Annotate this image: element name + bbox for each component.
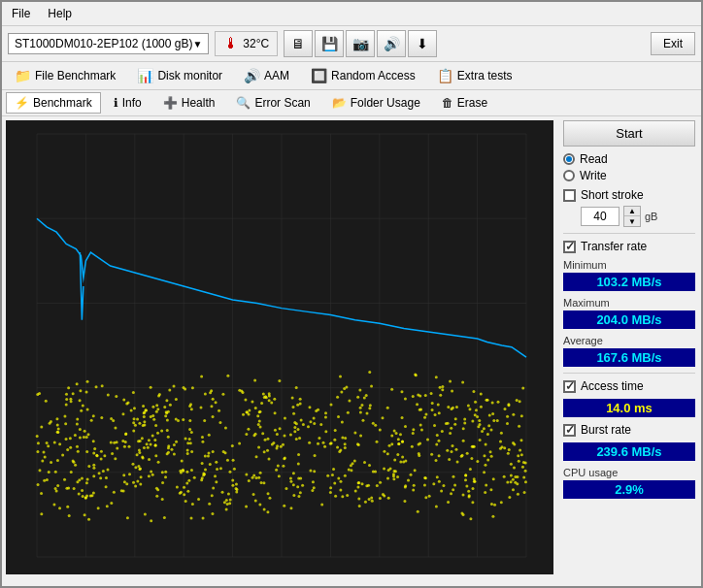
start-button[interactable]: Start [563, 120, 695, 147]
divider-1 [563, 233, 695, 234]
benchmark-chart [6, 120, 553, 574]
nav-benchmark[interactable]: ⚡ Benchmark [6, 92, 101, 114]
cpu-usage-stat: CPU usage 2.9% [563, 467, 695, 499]
temperature-value: 32°C [243, 37, 269, 50]
access-time-value: 14.0 ms [563, 399, 695, 417]
min-value: 103.2 MB/s [563, 273, 695, 291]
info-icon: ℹ [114, 96, 118, 110]
nav-benchmark-label: Benchmark [33, 96, 92, 110]
file-benchmark-icon: 📁 [15, 68, 31, 83]
transfer-rate-label: Transfer rate [581, 240, 647, 253]
exit-button[interactable]: Exit [651, 32, 695, 55]
access-time-label: Access time [581, 379, 644, 393]
drive-label: ST1000DM010-2EP102 (1000 gB) [15, 37, 192, 50]
toolbar-icon-group: 🖥 💾 📷 🔊 ⬇ [284, 30, 645, 57]
nav-health[interactable]: ➕ Health [154, 92, 224, 114]
nav-folder-usage-label: Folder Usage [351, 96, 420, 110]
read-write-radio-group: Read Write [563, 152, 695, 182]
extra-tests-icon: 📋 [437, 68, 453, 83]
min-stat: Minimum 103.2 MB/s [563, 259, 695, 291]
min-label: Minimum [563, 259, 695, 271]
nav-file-benchmark-label: File Benchmark [35, 69, 116, 82]
nav-file-benchmark[interactable]: 📁 File Benchmark [6, 64, 124, 87]
access-time-group: Access time [563, 379, 695, 393]
radio-write[interactable]: Write [563, 169, 695, 182]
radio-write-label: Write [580, 169, 607, 182]
nav-info[interactable]: ℹ Info [105, 92, 151, 114]
burst-rate-label: Burst rate [581, 423, 631, 437]
chart-container: 250 200 150 100 50 50 40 30 20 10 0 100 … [6, 120, 553, 574]
drive-select[interactable]: ST1000DM010-2EP102 (1000 gB) ▼ [8, 33, 209, 54]
avg-value: 167.6 MB/s [563, 348, 695, 367]
folder-usage-icon: 📂 [332, 96, 347, 110]
radio-read-circle [563, 153, 575, 165]
transfer-rate-group: Transfer rate [563, 240, 695, 253]
nav-random-access[interactable]: 🔲 Random Access [302, 64, 424, 87]
checkbox-short-stroke[interactable]: Short stroke [563, 188, 695, 202]
toolbar-icon-4[interactable]: 🔊 [377, 30, 406, 57]
right-panel: Start Read Write Short stroke ▲ ▼ [557, 116, 701, 578]
transfer-rate-checkbox [563, 241, 576, 253]
benchmark-icon: ⚡ [15, 96, 29, 110]
max-label: Maximum [563, 297, 695, 309]
burst-rate-checkbox [563, 424, 576, 437]
nav-erase[interactable]: 🗑 Erase [433, 92, 496, 114]
short-stroke-checkbox [563, 189, 576, 202]
nav-aam-label: AAM [264, 69, 289, 82]
nav-error-scan[interactable]: 🔍 Error Scan [227, 92, 318, 114]
gb-label: gB [645, 211, 657, 222]
nav-row-2: ⚡ Benchmark ℹ Info ➕ Health 🔍 Error Scan… [2, 90, 701, 116]
thermometer-icon: 🌡 [223, 35, 239, 52]
max-stat: Maximum 204.0 MB/s [563, 297, 695, 329]
nav-extra-tests-label: Extra tests [457, 69, 513, 82]
nav-disk-monitor[interactable]: 📊 Disk monitor [128, 64, 231, 87]
max-value: 204.0 MB/s [563, 310, 695, 329]
avg-stat: Average 167.6 MB/s [563, 335, 695, 367]
menu-help[interactable]: Help [44, 5, 76, 22]
drive-dropdown-arrow: ▼ [192, 39, 202, 49]
checkbox-transfer-rate[interactable]: Transfer rate [563, 240, 695, 253]
avg-label: Average [563, 335, 695, 346]
short-stroke-group: Short stroke ▲ ▼ gB [563, 188, 695, 227]
checkbox-burst-rate[interactable]: Burst rate [563, 423, 695, 437]
radio-read-label: Read [580, 152, 608, 166]
cpu-usage-label: CPU usage [563, 467, 695, 478]
nav-extra-tests[interactable]: 📋 Extra tests [428, 64, 521, 87]
nav-row-1: 📁 File Benchmark 📊 Disk monitor 🔊 AAM 🔲 … [2, 62, 701, 90]
burst-rate-stat: 239.6 MB/s [563, 442, 695, 461]
menu-file[interactable]: File [8, 5, 34, 22]
nav-disk-monitor-label: Disk monitor [157, 69, 222, 82]
checkbox-access-time[interactable]: Access time [563, 379, 695, 393]
spinbox-down[interactable]: ▼ [624, 216, 640, 226]
toolbar-icon-5[interactable]: ⬇ [408, 30, 437, 57]
radio-write-circle [563, 170, 575, 181]
divider-2 [563, 373, 695, 374]
cpu-usage-value: 2.9% [563, 480, 695, 499]
spinbox-arrows: ▲ ▼ [623, 206, 641, 227]
error-scan-icon: 🔍 [236, 96, 251, 110]
nav-random-access-label: Random Access [331, 69, 416, 82]
nav-error-scan-label: Error Scan [254, 96, 310, 110]
burst-rate-value: 239.6 MB/s [563, 442, 695, 461]
toolbar-icon-2[interactable]: 💾 [315, 30, 344, 57]
toolbar-icon-1[interactable]: 🖥 [284, 30, 313, 57]
nav-folder-usage[interactable]: 📂 Folder Usage [323, 92, 429, 114]
radio-read[interactable]: Read [563, 152, 695, 166]
random-access-icon: 🔲 [311, 68, 327, 83]
nav-health-label: Health [182, 96, 216, 110]
toolbar: ST1000DM010-2EP102 (1000 gB) ▼ 🌡 32°C 🖥 … [2, 26, 701, 62]
spinbox-up[interactable]: ▲ [624, 207, 640, 216]
access-time-stat: 14.0 ms [563, 399, 695, 417]
temperature-badge: 🌡 32°C [215, 31, 278, 56]
short-stroke-spinbox-row: ▲ ▼ gB [581, 206, 695, 227]
aam-icon: 🔊 [244, 68, 260, 83]
access-time-checkbox [563, 380, 576, 393]
toolbar-icon-3[interactable]: 📷 [346, 30, 375, 57]
nav-erase-label: Erase [457, 96, 487, 110]
short-stroke-label: Short stroke [581, 188, 644, 202]
main-content: 250 200 150 100 50 50 40 30 20 10 0 100 … [2, 116, 701, 578]
erase-icon: 🗑 [442, 96, 453, 110]
short-stroke-input[interactable] [581, 207, 619, 226]
nav-aam[interactable]: 🔊 AAM [235, 64, 298, 87]
burst-rate-group: Burst rate [563, 423, 695, 437]
